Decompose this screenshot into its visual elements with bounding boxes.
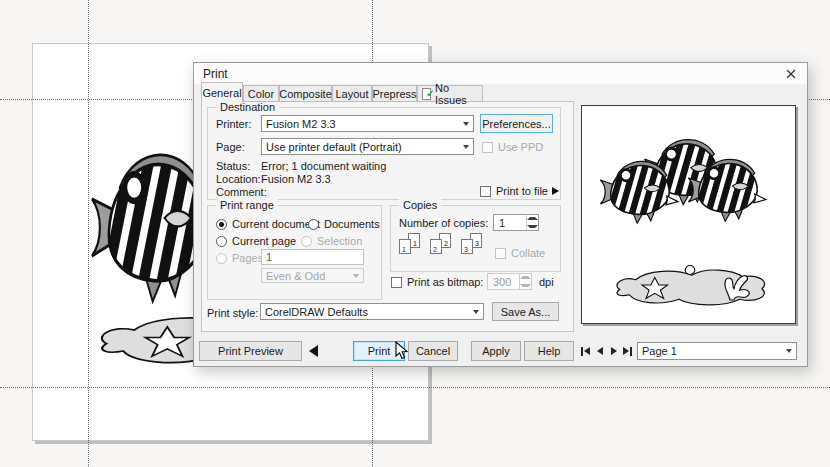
stepper-down-icon [520, 282, 531, 290]
checkbox-box [482, 142, 493, 153]
button-label: Preferences... [482, 118, 550, 130]
sheet-number: 3 [475, 240, 479, 247]
print-as-bitmap-checkbox[interactable]: Print as bitmap: [391, 276, 483, 288]
button-label: Apply [482, 345, 510, 357]
tab-prepress[interactable]: Prepress [372, 85, 417, 102]
comment-label: Comment: [216, 186, 267, 198]
page-selector-value: Page 1 [638, 345, 782, 357]
location-label: Location: [216, 173, 261, 185]
green-check-icon: ✓ [426, 88, 434, 99]
stepper-up-icon [520, 274, 531, 282]
page-label: Page: [216, 141, 245, 153]
button-label: Save As... [501, 306, 551, 318]
first-page-icon[interactable] [579, 344, 592, 358]
chevron-down-icon[interactable] [469, 310, 483, 314]
close-button[interactable] [782, 66, 800, 82]
number-of-copies-stepper[interactable]: 1 [493, 214, 539, 231]
print-to-file-options-arrow-icon[interactable] [552, 187, 559, 195]
copies-value: 1 [494, 215, 526, 230]
printer-label: Printer: [216, 118, 251, 130]
even-odd-value: Even & Odd [262, 270, 349, 282]
sheet-number: 2 [444, 240, 448, 247]
sheet-number: 1 [413, 240, 417, 247]
button-label: Print [368, 345, 391, 357]
tab-label: Composite [279, 88, 332, 100]
tab-composite[interactable]: Composite [279, 85, 332, 102]
radio-documents[interactable]: Documents [308, 218, 380, 230]
radio-dot [216, 253, 227, 264]
radio-label: Documents [324, 218, 380, 230]
vertical-guideline[interactable] [88, 0, 89, 467]
print-style-label: Print style: [207, 307, 258, 319]
checkbox-label: Use PPD [498, 141, 543, 153]
status-label: Status: [216, 160, 250, 172]
group-label: Copies [399, 199, 441, 211]
page-sheet: 2 [430, 239, 442, 254]
collate-pair: 2 2 [430, 233, 455, 256]
stepper-up-icon[interactable] [527, 215, 538, 223]
preview-artwork [582, 106, 795, 323]
sheet-number: 2 [433, 246, 437, 253]
stepper-buttons[interactable] [526, 215, 538, 230]
print-to-file-checkbox[interactable]: Print to file [480, 185, 548, 197]
radio-pages: Pages: [216, 252, 266, 264]
use-ppd-checkbox: Use PPD [482, 141, 543, 153]
checkbox-box[interactable] [391, 277, 402, 288]
stepper-down-icon[interactable] [527, 223, 538, 231]
collapse-preview-icon[interactable] [309, 345, 318, 357]
tab-label: Color [248, 88, 274, 100]
radio-dot[interactable] [216, 219, 227, 230]
page-selector[interactable]: Page 1 [637, 342, 797, 360]
checkbox-label: Print to file [496, 185, 548, 197]
button-label: Cancel [416, 345, 450, 357]
save-as-button[interactable]: Save As... [492, 302, 559, 321]
radio-dot [301, 236, 312, 247]
preferences-button[interactable]: Preferences... [480, 114, 553, 133]
sheet-number: 3 [464, 246, 468, 253]
apply-button[interactable]: Apply [471, 341, 521, 361]
status-value: Error; 1 document waiting [261, 160, 386, 172]
printer-select[interactable]: Fusion M2 3.3 [261, 115, 474, 132]
issues-document-icon: ✓ [422, 88, 431, 100]
tab-color[interactable]: Color [243, 85, 279, 102]
sheet-number: 1 [402, 246, 406, 253]
checkbox-box [495, 248, 506, 259]
even-odd-select: Even & Odd [261, 268, 364, 283]
radio-dot[interactable] [216, 236, 227, 247]
next-page-icon[interactable] [607, 344, 620, 358]
previous-page-icon[interactable] [593, 344, 606, 358]
dialog-titlebar[interactable]: Print [194, 63, 807, 84]
radio-dot[interactable] [308, 219, 319, 230]
dpi-value: 300 [488, 274, 519, 289]
chevron-down-icon[interactable] [459, 122, 473, 126]
coreldraw-workspace: Print General Color Composite Layout Pre… [0, 0, 830, 467]
radio-current-document[interactable]: Current document [216, 218, 320, 230]
bitmap-dpi-stepper: 300 [487, 273, 532, 290]
chevron-down-icon[interactable] [459, 145, 473, 149]
radio-current-page[interactable]: Current page [216, 235, 296, 247]
checkbox-box[interactable] [480, 186, 491, 197]
radio-label: Selection [317, 235, 362, 247]
tab-general[interactable]: General [201, 82, 243, 103]
last-page-icon[interactable] [621, 344, 634, 358]
copies-group: Copies Number of copies: 1 1 1 2 [390, 205, 561, 272]
page-orientation-select[interactable]: Use printer default (Portrait) [261, 138, 474, 155]
tab-label: Layout [335, 88, 368, 100]
cancel-button[interactable]: Cancel [408, 341, 458, 361]
horizontal-guideline[interactable] [0, 387, 830, 388]
mouse-cursor [395, 341, 411, 361]
location-value: Fusion M2 3.3 [261, 173, 331, 185]
number-of-copies-label: Number of copies: [399, 217, 488, 229]
checkbox-label: Collate [511, 247, 545, 259]
print-preview-button[interactable]: Print Preview [199, 341, 302, 361]
collate-pair: 1 1 [399, 233, 424, 256]
radio-label: Current document [232, 218, 320, 230]
dpi-unit-label: dpi [539, 276, 554, 288]
help-button[interactable]: Help [524, 341, 574, 361]
tab-no-issues[interactable]: ✓ No Issues [417, 85, 483, 102]
print-style-select[interactable]: CorelDRAW Defaults [260, 303, 484, 320]
chevron-down-icon[interactable] [782, 349, 796, 353]
radio-selection: Selection [301, 235, 362, 247]
pages-input[interactable]: 1 [261, 249, 364, 265]
tab-layout[interactable]: Layout [332, 85, 372, 102]
